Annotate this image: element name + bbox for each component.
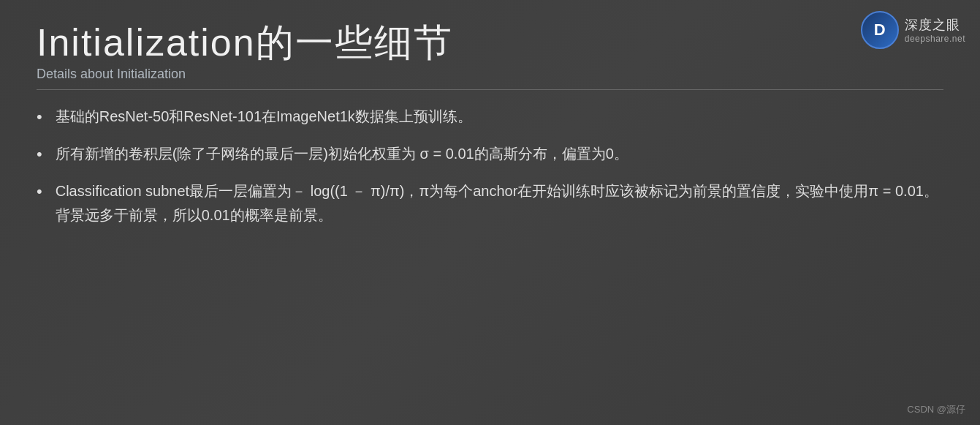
bullet-dot-3: • [37, 181, 42, 203]
list-item: • Classification subnet最后一层偏置为－ log((1 －… [37, 179, 943, 227]
logo-section: D 深度之眼 deepshare.net [861, 11, 965, 49]
list-item: • 基础的ResNet-50和ResNet-101在ImageNet1k数据集上… [37, 105, 943, 129]
bullet-text-3: Classification subnet最后一层偏置为－ log((1 － π… [56, 179, 943, 227]
main-title: Initialization的一些细节 [37, 22, 943, 64]
bullet-text-2: 所有新增的卷积层(除了子网络的最后一层)初始化权重为 σ = 0.01的高斯分布… [56, 142, 943, 166]
logo-title: 深度之眼 [905, 16, 965, 34]
bullet-text-1: 基础的ResNet-50和ResNet-101在ImageNet1k数据集上预训… [56, 105, 943, 129]
divider [37, 89, 943, 90]
watermark: CSDN @源仔 [907, 403, 965, 416]
slide-container: D 深度之眼 deepshare.net Initialization的一些细节… [0, 0, 980, 425]
bullet-dot-2: • [37, 143, 42, 166]
list-item: • 所有新增的卷积层(除了子网络的最后一层)初始化权重为 σ = 0.01的高斯… [37, 142, 943, 166]
logo-icon-text: D [874, 20, 886, 40]
logo-url: deepshare.net [905, 34, 965, 44]
title-section: Initialization的一些细节 Details about Initia… [37, 22, 943, 82]
bullet-dot-1: • [37, 106, 42, 129]
bullet-list: • 基础的ResNet-50和ResNet-101在ImageNet1k数据集上… [37, 105, 943, 227]
subtitle: Details about Initialization [37, 67, 943, 82]
logo-text-section: 深度之眼 deepshare.net [905, 16, 965, 44]
logo-icon: D [861, 11, 899, 49]
